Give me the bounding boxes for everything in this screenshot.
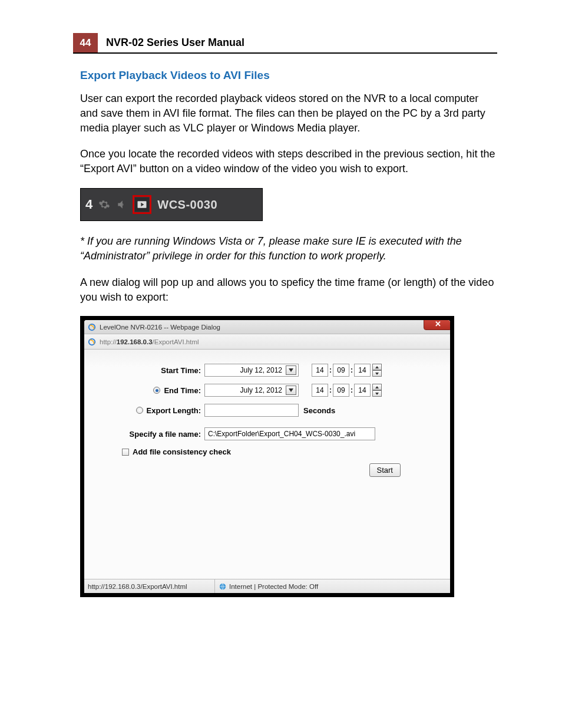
- export-avi-icon[interactable]: [135, 197, 149, 212]
- start-time-group: 14 : 09 : 14: [312, 364, 382, 377]
- video-toolbar-figure: 4 WCS-0030: [80, 188, 263, 221]
- end-time-label-text: End Time:: [164, 386, 201, 395]
- body-paragraph: Once you locate the recorded videos with…: [80, 147, 497, 176]
- spinner-down-icon[interactable]: [372, 370, 382, 377]
- svg-marker-4: [289, 368, 293, 372]
- channel-number: 4: [85, 197, 92, 212]
- dropdown-icon[interactable]: [286, 365, 296, 375]
- end-ss-field[interactable]: 14: [354, 384, 371, 397]
- section-heading: Export Playback Videos to AVI Files: [80, 69, 497, 82]
- end-date-field[interactable]: July 12, 2012: [204, 384, 299, 397]
- status-zone-text: Internet | Protected Mode: Off: [229, 583, 318, 590]
- filename-row: Specify a file name: C:\ExportFolder\Exp…: [100, 427, 435, 440]
- consistency-label-text: Add file consistency check: [133, 447, 231, 456]
- speaker-icon: [115, 197, 129, 212]
- dialog-window: LevelOne NVR-0216 -- Webpage Dialog ✕ ht…: [84, 320, 450, 593]
- start-button-row: Start: [100, 463, 435, 477]
- filename-field[interactable]: C:\ExportFolder\Export_CH04_WCS-0030_.av…: [204, 427, 375, 440]
- page-header-title: NVR-02 Series User Manual: [98, 33, 244, 52]
- url-path: /ExportAVI.html: [153, 338, 199, 345]
- start-ss-field[interactable]: 14: [354, 364, 371, 377]
- end-time-row: End Time: July 12, 2012 14 : 09 : 14: [100, 384, 435, 397]
- body-paragraph: User can export the recorded playback vi…: [80, 91, 497, 135]
- dialog-body: Start Time: July 12, 2012 14 : 09 : 14: [84, 350, 450, 579]
- export-length-row: Export Length: Seconds: [100, 404, 435, 417]
- dialog-url-bar: http://192.168.0.3/ExportAVI.html: [84, 334, 450, 350]
- dropdown-icon[interactable]: [286, 386, 296, 395]
- page-header: 44 NVR-02 Series User Manual: [73, 33, 497, 54]
- ie-icon: [88, 338, 96, 346]
- time-colon: :: [349, 366, 354, 374]
- url-host: 192.168.0.3: [117, 338, 153, 345]
- close-button[interactable]: ✕: [424, 320, 450, 330]
- note-paragraph: * If you are running Windows Vista or 7,…: [80, 234, 497, 263]
- start-date-field[interactable]: July 12, 2012: [204, 364, 299, 377]
- dialog-status-bar: http://192.168.0.3/ExportAVI.html Intern…: [84, 579, 450, 593]
- svg-marker-9: [375, 393, 379, 395]
- end-time-group: 14 : 09 : 14: [312, 384, 382, 397]
- start-date-value: July 12, 2012: [240, 366, 282, 374]
- filename-label: Specify a file name:: [100, 430, 204, 439]
- gear-icon: [97, 197, 111, 212]
- export-length-label[interactable]: Export Length:: [100, 406, 204, 415]
- consistency-check-control[interactable]: Add file consistency check: [122, 447, 234, 456]
- svg-marker-7: [289, 388, 293, 392]
- consistency-checkbox[interactable]: [122, 449, 129, 456]
- globe-icon: [219, 582, 227, 591]
- end-time-spinner[interactable]: [372, 384, 382, 397]
- end-date-value: July 12, 2012: [240, 386, 282, 394]
- export-length-radio[interactable]: [136, 407, 143, 414]
- end-hh-field[interactable]: 14: [312, 384, 328, 397]
- svg-marker-8: [375, 386, 379, 388]
- status-zone: Internet | Protected Mode: Off: [215, 582, 450, 591]
- spinner-down-icon[interactable]: [372, 390, 382, 397]
- spinner-up-icon[interactable]: [372, 364, 382, 370]
- end-time-label[interactable]: End Time:: [100, 386, 204, 395]
- ie-icon: [88, 323, 96, 331]
- start-time-row: Start Time: July 12, 2012 14 : 09 : 14: [100, 364, 435, 377]
- start-hh-field[interactable]: 14: [312, 364, 328, 377]
- status-url: http://192.168.0.3/ExportAVI.html: [84, 579, 215, 593]
- export-length-label-text: Export Length:: [147, 406, 201, 415]
- start-button[interactable]: Start: [369, 463, 401, 477]
- time-colon: :: [328, 366, 333, 374]
- svg-marker-5: [375, 366, 379, 368]
- consistency-row: Add file consistency check: [100, 447, 435, 456]
- start-time-label: Start Time:: [100, 366, 204, 375]
- dialog-title: LevelOne NVR-0216 -- Webpage Dialog: [100, 324, 220, 331]
- start-time-spinner[interactable]: [372, 364, 382, 377]
- url-prefix: http://: [100, 338, 117, 345]
- export-avi-button-highlight: [133, 195, 151, 214]
- dialog-url: http://192.168.0.3/ExportAVI.html: [100, 338, 199, 345]
- svg-marker-6: [375, 373, 379, 375]
- dialog-titlebar: LevelOne NVR-0216 -- Webpage Dialog ✕: [84, 320, 450, 334]
- time-colon: :: [349, 386, 354, 394]
- spinner-up-icon[interactable]: [372, 384, 382, 390]
- page-number-box: 44: [73, 33, 98, 52]
- body-paragraph: A new dialog will pop up and allows you …: [80, 275, 497, 305]
- export-length-field[interactable]: [204, 404, 299, 417]
- close-icon: ✕: [435, 320, 441, 328]
- export-avi-dialog-figure: LevelOne NVR-0216 -- Webpage Dialog ✕ ht…: [80, 316, 454, 597]
- seconds-label: Seconds: [303, 406, 335, 415]
- end-mm-field[interactable]: 09: [333, 384, 349, 397]
- start-mm-field[interactable]: 09: [333, 364, 349, 377]
- time-colon: :: [328, 386, 333, 394]
- end-time-radio[interactable]: [153, 387, 160, 394]
- camera-label: WCS-0030: [157, 198, 217, 212]
